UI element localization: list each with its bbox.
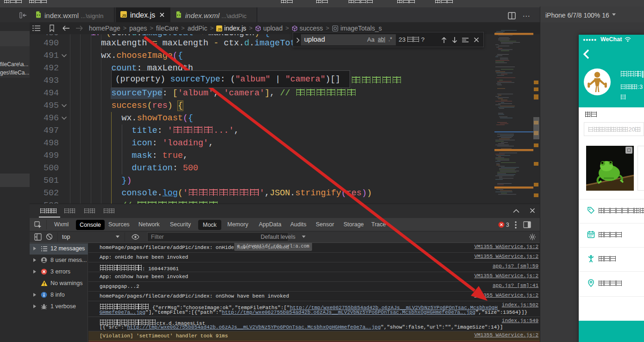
svg-text:JS: JS [122,13,126,18]
svg-text:JS: JS [218,28,222,31]
svg-text:3: 3 [506,222,509,228]
